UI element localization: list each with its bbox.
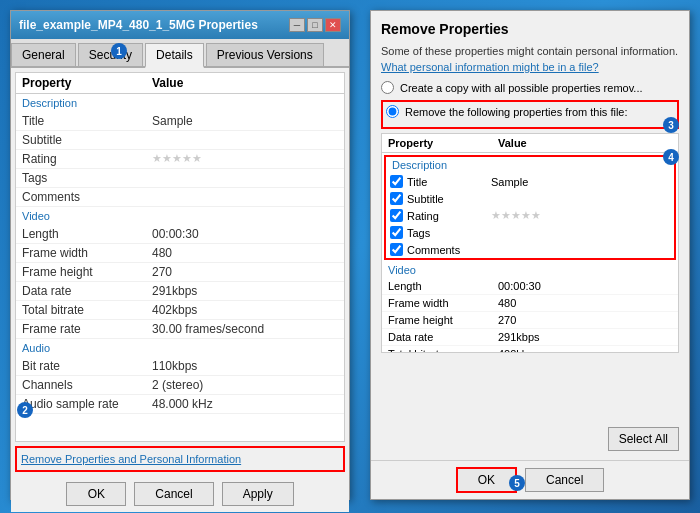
minimize-button[interactable]: ─: [289, 18, 305, 32]
badge-3: 3: [663, 117, 679, 133]
tab-details[interactable]: Details: [145, 43, 204, 68]
r-val-header: Value: [498, 137, 672, 149]
bottom-buttons: OK Cancel Apply: [11, 476, 349, 512]
badge-5: 5: [509, 475, 525, 491]
right-ok-button[interactable]: OK: [456, 467, 517, 493]
table-row: Length 00:00:30: [16, 225, 344, 244]
value-col-header: Value: [152, 76, 338, 90]
r-table-row: Data rate 291kbps: [382, 329, 678, 346]
checkbox-row-comments: Comments: [386, 241, 674, 258]
right-properties-table: Property Value Description Title Sample …: [381, 133, 679, 353]
badge-2: 2: [17, 402, 33, 418]
window-title: file_example_MP4_480_1_5MG Properties: [19, 18, 258, 32]
r-prop-header: Property: [388, 137, 498, 149]
table-row: Tags: [16, 169, 344, 188]
r-section-video: Video: [382, 262, 678, 278]
table-row: Comments: [16, 188, 344, 207]
radio-remove-option-container: Remove the following properties from thi…: [381, 100, 679, 129]
checkbox-row-rating: Rating ★★★★★: [386, 207, 674, 224]
r-table-row: Length 00:00:30: [382, 278, 678, 295]
table-row: Total bitrate 402kbps: [16, 301, 344, 320]
close-button[interactable]: ✕: [325, 18, 341, 32]
checkbox-row-title: Title Sample: [386, 173, 674, 190]
radio-remove-input[interactable]: [386, 105, 399, 118]
maximize-button[interactable]: □: [307, 18, 323, 32]
tabs-bar: General Security Details Previous Versio…: [11, 39, 349, 68]
info-link[interactable]: What personal information might be in a …: [381, 61, 679, 73]
cancel-button[interactable]: Cancel: [134, 482, 213, 506]
radio-copy-label: Create a copy with all possible properti…: [400, 82, 643, 94]
right-table-container: Property Value Description Title Sample …: [381, 133, 679, 353]
section-video: Video: [16, 207, 344, 225]
checkbox-tags[interactable]: [390, 226, 403, 239]
checkboxes-container: Description Title Sample Subtitle Rating: [384, 155, 676, 260]
tab-security[interactable]: Security: [78, 43, 143, 66]
right-bottom-buttons: OK Cancel: [371, 460, 689, 499]
apply-button[interactable]: Apply: [222, 482, 294, 506]
table-row: Bit rate 110kbps: [16, 357, 344, 376]
r-table-row: Frame width 480: [382, 295, 678, 312]
checkbox-subtitle-label: Subtitle: [407, 193, 487, 205]
r-table-header: Property Value: [382, 134, 678, 153]
tab-general[interactable]: General: [11, 43, 76, 66]
checkbox-tags-label: Tags: [407, 227, 487, 239]
table-row: Data rate 291kbps: [16, 282, 344, 301]
remove-properties-link[interactable]: Remove Properties and Personal Informati…: [21, 453, 241, 465]
radio-remove-label: Remove the following properties from thi…: [405, 106, 628, 118]
table-row: Frame width 480: [16, 244, 344, 263]
right-content: Remove Properties Some of these properti…: [371, 11, 689, 363]
checkbox-subtitle[interactable]: [390, 192, 403, 205]
checkbox-row-subtitle: Subtitle: [386, 190, 674, 207]
table-row: Frame rate 30.00 frames/second: [16, 320, 344, 339]
badge-1: 1: [111, 43, 127, 59]
table-row: Subtitle: [16, 131, 344, 150]
remove-properties-link-area: Remove Properties and Personal Informati…: [15, 446, 345, 472]
property-col-header: Property: [22, 76, 152, 90]
checkbox-rating-label: Rating: [407, 210, 487, 222]
section-audio: Audio: [16, 339, 344, 357]
window-controls: ─ □ ✕: [289, 18, 341, 32]
checkbox-title[interactable]: [390, 175, 403, 188]
table-row: Channels 2 (stereo): [16, 376, 344, 395]
table-row: Audio sample rate 48.000 kHz: [16, 395, 344, 414]
right-window: 3 4 5 Remove Properties Some of these pr…: [370, 10, 690, 500]
left-window: 1 file_example_MP4_480_1_5MG Properties …: [10, 10, 350, 500]
info-text: Some of these properties might contain p…: [381, 45, 679, 57]
checkbox-title-label: Title: [407, 176, 487, 188]
badge-4: 4: [663, 149, 679, 165]
radio-copy-option: Create a copy with all possible properti…: [381, 81, 679, 94]
r-section-description: Description: [386, 157, 674, 173]
right-cancel-button[interactable]: Cancel: [525, 468, 604, 492]
tab-previous-versions[interactable]: Previous Versions: [206, 43, 324, 66]
ok-button[interactable]: OK: [66, 482, 126, 506]
r-table-row: Frame height 270: [382, 312, 678, 329]
properties-table: Property Value Description Title Sample …: [15, 72, 345, 442]
table-header: Property Value: [16, 73, 344, 94]
radio-remove-option: Remove the following properties from thi…: [386, 105, 674, 118]
table-row: Frame height 270: [16, 263, 344, 282]
checkbox-rating[interactable]: [390, 209, 403, 222]
checkbox-comments-label: Comments: [407, 244, 487, 256]
checkbox-title-val: Sample: [491, 176, 528, 188]
checkbox-comments[interactable]: [390, 243, 403, 256]
r-table-row: Total bitrate 402kbps: [382, 346, 678, 353]
table-row: Title Sample: [16, 112, 344, 131]
radio-copy-input[interactable]: [381, 81, 394, 94]
right-title: Remove Properties: [381, 21, 679, 37]
title-bar: file_example_MP4_480_1_5MG Properties ─ …: [11, 11, 349, 39]
checkbox-row-tags: Tags: [386, 224, 674, 241]
checkbox-rating-val: ★★★★★: [491, 209, 541, 222]
table-row: Rating ★★★★★: [16, 150, 344, 169]
section-description: Description: [16, 94, 344, 112]
select-all-button[interactable]: Select All: [608, 427, 679, 451]
